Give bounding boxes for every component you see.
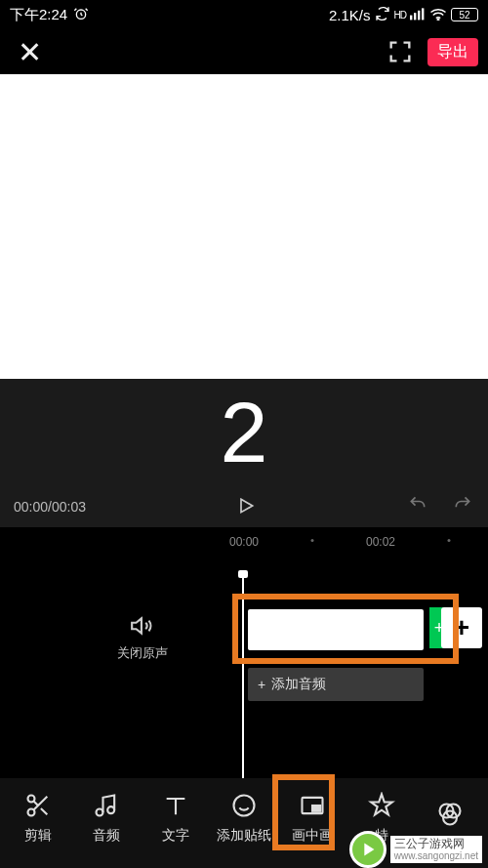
playhead[interactable] [242,574,244,789]
hd-icon: HD [394,10,406,21]
tool-label: 剪辑 [24,827,52,845]
star-icon [368,792,395,819]
add-audio-track[interactable]: + 添加音频 [248,668,424,701]
svg-point-10 [108,806,115,813]
svg-rect-1 [410,15,412,20]
filter-icon [436,801,464,828]
tool-text[interactable]: 文字 [145,792,206,845]
tool-label: 添加贴纸 [217,827,271,845]
svg-point-8 [28,809,35,816]
wifi-icon [429,7,447,23]
timecode: 00:00/00:03 [14,499,86,515]
sticker-icon [230,792,258,819]
play-controls: 00:00/00:03 [0,486,488,527]
svg-rect-13 [312,806,320,811]
redo-button[interactable] [451,494,474,519]
add-audio-label: 添加音频 [271,676,326,693]
alarm-icon [73,6,89,24]
svg-point-9 [97,809,103,816]
svg-point-11 [233,796,254,816]
sync-icon [375,6,390,24]
watermark-url: www.sangongzi.net [394,850,478,861]
undo-button[interactable] [406,494,429,519]
tool-pip[interactable]: 画中画 [282,792,343,845]
time-current: 00:00 [14,499,48,515]
svg-rect-4 [422,8,424,20]
tool-sticker[interactable]: 添加贴纸 [214,792,274,845]
svg-marker-6 [241,499,253,512]
ruler-tick-1: 00:02 [366,535,395,549]
watermark: 三公子游戏网 www.sangongzi.net [349,831,482,868]
status-netspeed: 2.1K/s [329,7,371,23]
countdown-number: 2 [221,390,268,475]
export-button[interactable]: 导出 [427,38,478,66]
battery-level: 52 [459,10,469,21]
text-icon [162,792,189,819]
mute-original-sound[interactable]: 关闭原声 [117,613,168,662]
tool-label: 文字 [162,827,189,845]
close-button[interactable]: ✕ [18,35,42,69]
watermark-logo-icon [349,831,386,868]
tool-edit[interactable]: 剪辑 [8,792,68,845]
tool-audio[interactable]: 音频 [76,792,137,845]
add-clip-button[interactable]: + [441,607,482,648]
ruler-dot [448,539,451,542]
top-bar: ✕ 导出 [0,29,488,74]
ruler-tick-0: 00:00 [229,535,259,549]
status-time: 下午2:24 [10,6,67,24]
svg-rect-3 [418,10,420,20]
countdown-overlay: 2 [0,379,488,486]
scissors-icon [24,792,52,819]
status-bar: 下午2:24 2.1K/s HD 52 [0,0,488,29]
time-total: 00:03 [52,499,86,515]
signal-icon [410,7,426,23]
svg-rect-2 [414,13,416,20]
battery-icon: 52 [451,8,478,21]
music-note-icon [93,792,120,819]
play-button[interactable] [236,496,256,518]
timeline-ruler: 00:00 00:02 [0,535,488,555]
svg-point-7 [28,796,35,803]
svg-point-5 [437,19,439,21]
tool-label: 画中画 [292,827,333,845]
video-preview[interactable] [0,74,488,379]
picture-in-picture-icon [299,792,326,819]
video-clip[interactable] [248,609,424,650]
mute-label: 关闭原声 [117,644,168,662]
ruler-dot [311,539,314,542]
fullscreen-button[interactable] [386,38,414,65]
plus-icon: + [258,677,265,692]
tool-label: 音频 [93,827,120,845]
timeline[interactable]: 00:00 00:02 关闭原声 + + + 添加音频 [0,527,488,789]
watermark-title: 三公子游戏网 [394,838,478,850]
